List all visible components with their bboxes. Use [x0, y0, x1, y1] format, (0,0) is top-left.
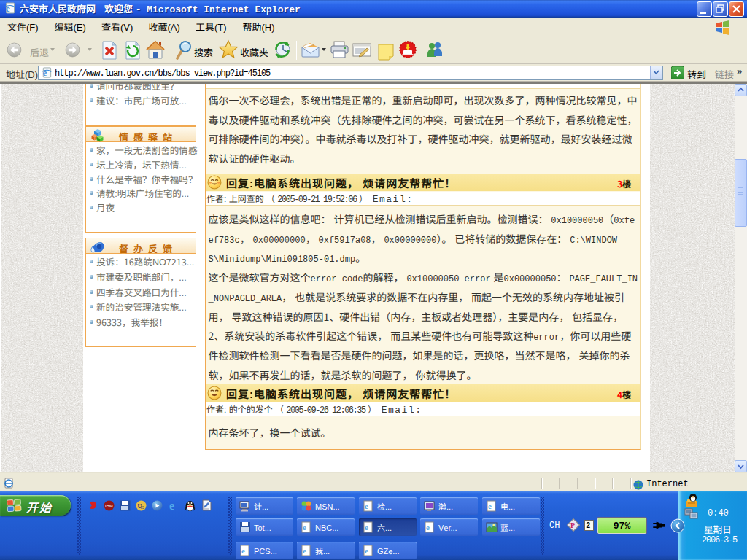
- svg-text:IBM: IBM: [105, 504, 113, 508]
- svg-text:e: e: [365, 502, 368, 510]
- svg-text:e: e: [6, 3, 10, 14]
- svg-text:e: e: [488, 502, 492, 510]
- svg-text:e: e: [43, 68, 47, 78]
- svg-text:e: e: [303, 546, 306, 555]
- svg-text:e: e: [169, 499, 174, 511]
- svg-text:2: 2: [587, 521, 591, 529]
- svg-text:P: P: [570, 521, 575, 529]
- svg-text:E: E: [141, 505, 144, 510]
- svg-text:e: e: [241, 546, 245, 555]
- svg-text:e: e: [365, 523, 368, 532]
- svg-text:e: e: [426, 523, 430, 532]
- svg-text:e: e: [303, 523, 306, 532]
- svg-text:e: e: [365, 546, 368, 555]
